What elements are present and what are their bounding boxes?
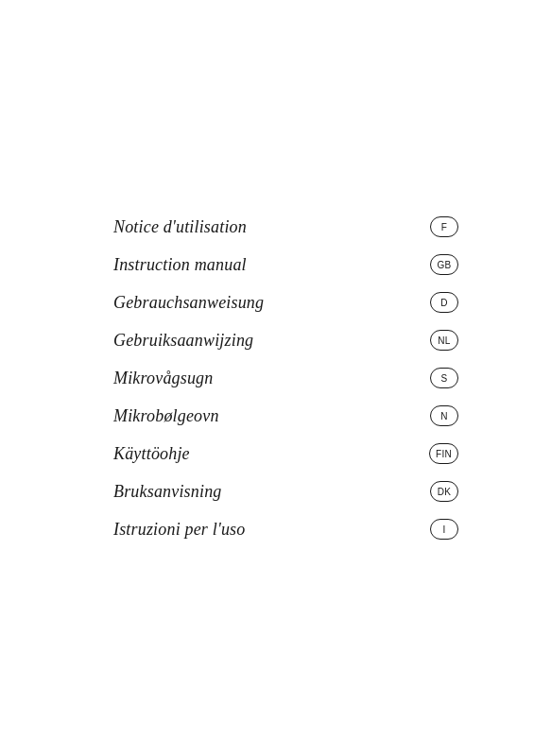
- lang-badge: F: [430, 216, 458, 237]
- menu-label: Gebrauchsanweisung: [113, 293, 264, 313]
- lang-badge: D: [430, 292, 458, 313]
- menu-item: GebrauchsanweisungD: [113, 284, 458, 321]
- lang-badge: I: [430, 519, 458, 540]
- menu-label: Käyttöohje: [113, 444, 190, 464]
- lang-badge: N: [430, 405, 458, 426]
- menu-label: Bruksanvisning: [113, 482, 222, 502]
- menu-item: MikrobølgeovnN: [113, 397, 458, 435]
- menu-label: Istruzioni per l'uso: [113, 520, 245, 540]
- menu-item: BruksanvisningDK: [113, 472, 458, 510]
- lang-badge: FIN: [429, 443, 458, 464]
- lang-badge: DK: [430, 481, 458, 502]
- menu-label: Mikrobølgeovn: [113, 406, 219, 426]
- menu-item: GebruiksaanwijzingNL: [113, 321, 458, 359]
- language-menu: Notice d'utilisationFInstruction manualG…: [113, 208, 458, 548]
- menu-item: KäyttöohjeFIN: [113, 435, 458, 472]
- lang-badge: GB: [430, 254, 458, 275]
- menu-label: Instruction manual: [113, 255, 247, 275]
- menu-item: Istruzioni per l'usoI: [113, 510, 458, 548]
- lang-badge: S: [430, 368, 458, 388]
- menu-label: Mikrovågsugn: [113, 369, 213, 388]
- menu-label: Notice d'utilisation: [113, 217, 247, 237]
- menu-item: MikrovågsugnS: [113, 359, 458, 397]
- lang-badge: NL: [430, 330, 458, 351]
- page: Notice d'utilisationFInstruction manualG…: [0, 0, 534, 756]
- menu-item: Notice d'utilisationF: [113, 208, 458, 246]
- menu-label: Gebruiksaanwijzing: [113, 331, 253, 351]
- menu-item: Instruction manualGB: [113, 246, 458, 284]
